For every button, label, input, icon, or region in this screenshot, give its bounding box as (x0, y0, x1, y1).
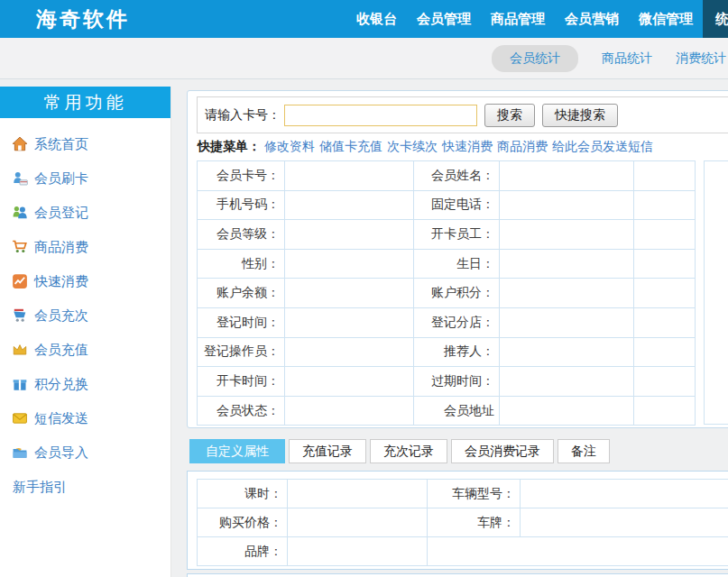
sidebar-item[interactable]: 新手指引 (0, 470, 170, 504)
member-info-row: 登记操作员：推荐人： (198, 337, 696, 367)
subnav-item[interactable]: 会员统计 (492, 45, 578, 72)
field-value (288, 537, 428, 566)
field-value (285, 279, 414, 308)
field-label: 会员姓名： (414, 161, 500, 191)
sidebar-header: 常用功能 (0, 87, 170, 118)
field-value (500, 307, 634, 337)
folder-icon (12, 444, 28, 461)
field-label: 账户积分： (414, 279, 500, 308)
sidebar-item[interactable]: 会员登记 (0, 196, 170, 230)
card-search-box: 请输入卡号： 搜索 快捷搜索 (197, 96, 728, 133)
field-value (634, 337, 696, 367)
top-nav-item[interactable]: 会员管理 (407, 0, 481, 38)
tab-item[interactable]: 备注 (558, 439, 610, 463)
field-value (285, 220, 414, 250)
sidebar-item-label: 会员充次 (34, 307, 88, 325)
field-label: 固定电话： (414, 190, 500, 220)
field-value (285, 337, 414, 367)
card-number-input[interactable] (284, 105, 477, 126)
field-label: 课时： (198, 480, 288, 508)
tab-active[interactable]: 自定义属性 (189, 439, 285, 463)
top-nav-item[interactable]: 微信管理 (629, 0, 703, 38)
search-button[interactable]: 搜索 (484, 104, 535, 127)
quick-menu-link[interactable]: 次卡续次 (387, 139, 438, 153)
member-info-row: 账户余额：账户积分： (198, 279, 696, 308)
custom-attributes-table: 课时：车辆型号：购买价格：车牌：品牌： (197, 479, 728, 566)
member-photo-box (704, 160, 728, 425)
sidebar-item[interactable]: 短信发送 (0, 401, 170, 435)
sidebar-item-label: 系统首页 (34, 136, 88, 153)
gift-icon (12, 376, 28, 392)
field-value (500, 396, 634, 426)
custom-attribute-row: 购买价格：车牌： (198, 508, 728, 537)
times-cart-icon (12, 307, 28, 324)
field-label: 账户余额： (198, 279, 285, 308)
subnav-item[interactable]: 商品统计 (602, 50, 652, 67)
sidebar: 常用功能 系统首页会员刷卡会员登记商品消费快速消费会员充次会员充值积分兑换短信发… (0, 87, 171, 577)
field-label: 购买价格： (198, 508, 288, 537)
field-label: 会员地址 (414, 396, 500, 426)
sidebar-item[interactable]: 积分兑换 (0, 367, 170, 401)
field-value (500, 249, 634, 279)
field-value (634, 249, 696, 279)
member-info-row: 手机号码：固定电话： (198, 190, 696, 220)
field-value (500, 367, 634, 397)
member-info-row: 会员状态：会员地址 (198, 396, 696, 426)
sidebar-item[interactable]: 会员充值 (0, 333, 170, 367)
sidebar-item[interactable]: 会员充次 (0, 298, 170, 333)
sidebar-item-label: 会员导入 (34, 444, 88, 462)
field-value (288, 508, 428, 537)
top-nav-item[interactable]: 商品管理 (481, 0, 555, 38)
field-label: 品牌： (198, 537, 288, 566)
member-card-icon (12, 170, 28, 187)
field-value (634, 367, 696, 397)
field-value (500, 220, 634, 250)
tab-item[interactable]: 充值记录 (289, 439, 366, 463)
crown-icon (12, 342, 28, 358)
field-value (634, 396, 696, 426)
top-bar: 海奇软件 收银台会员管理商品管理会员营销微信管理统计 (0, 0, 728, 38)
sidebar-item[interactable]: 商品消费 (0, 230, 170, 264)
member-info-row: 性别：生日： (198, 249, 696, 279)
subnav-item[interactable]: 消费统计 (676, 50, 726, 67)
quick-menu-link[interactable]: 给此会员发送短信 (552, 139, 653, 153)
quick-menu-link[interactable]: 储值卡充值 (319, 139, 382, 153)
field-label: 生日： (414, 249, 500, 279)
field-label: 车辆型号： (428, 480, 521, 508)
field-value (288, 480, 428, 508)
member-register-icon (12, 205, 28, 221)
field-value (634, 190, 696, 220)
sidebar-item[interactable]: 会员导入 (0, 435, 170, 470)
field-value (634, 279, 696, 308)
member-info-row: 会员卡号：会员姓名： (198, 161, 696, 191)
tab-item[interactable]: 会员消费记录 (451, 439, 554, 463)
sidebar-item-label: 商品消费 (34, 239, 88, 256)
home-icon (12, 136, 28, 152)
field-value (634, 161, 696, 191)
top-nav-item[interactable]: 统计 (703, 0, 728, 38)
field-value (500, 279, 634, 308)
sidebar-item-label: 会员充值 (34, 342, 88, 359)
field-label: 会员状态： (198, 396, 285, 426)
quick-menu-link[interactable]: 修改资料 (264, 139, 315, 153)
quick-menu-link[interactable]: 商品消费 (497, 139, 548, 153)
member-info-table: 会员卡号：会员姓名：手机号码：固定电话：会员等级：开卡员工：性别：生日：账户余额… (197, 160, 696, 426)
sidebar-item[interactable]: 会员刷卡 (0, 161, 170, 196)
tab-item[interactable]: 充次记录 (370, 439, 447, 463)
top-nav-item[interactable]: 收银台 (346, 0, 407, 38)
detail-tabs: 自定义属性充值记录充次记录会员消费记录备注 (189, 439, 610, 463)
field-label: 登记时间： (198, 307, 285, 337)
sidebar-list: 系统首页会员刷卡会员登记商品消费快速消费会员充次会员充值积分兑换短信发送会员导入… (0, 118, 170, 504)
sidebar-item[interactable]: 快速消费 (0, 264, 170, 298)
top-navigation: 收银台会员管理商品管理会员营销微信管理统计 (346, 0, 728, 38)
top-nav-item[interactable]: 会员营销 (555, 0, 629, 38)
quick-menu-link[interactable]: 快速消费 (442, 139, 493, 153)
member-info-row: 开卡时间：过期时间： (198, 367, 696, 397)
field-label: 开卡时间： (198, 367, 285, 397)
next-panel-edge (187, 573, 728, 577)
quick-search-button[interactable]: 快捷搜索 (542, 104, 618, 127)
field-value (428, 537, 728, 566)
field-value (285, 161, 414, 191)
sidebar-item[interactable]: 系统首页 (0, 127, 170, 161)
custom-attribute-row: 品牌： (198, 537, 728, 566)
